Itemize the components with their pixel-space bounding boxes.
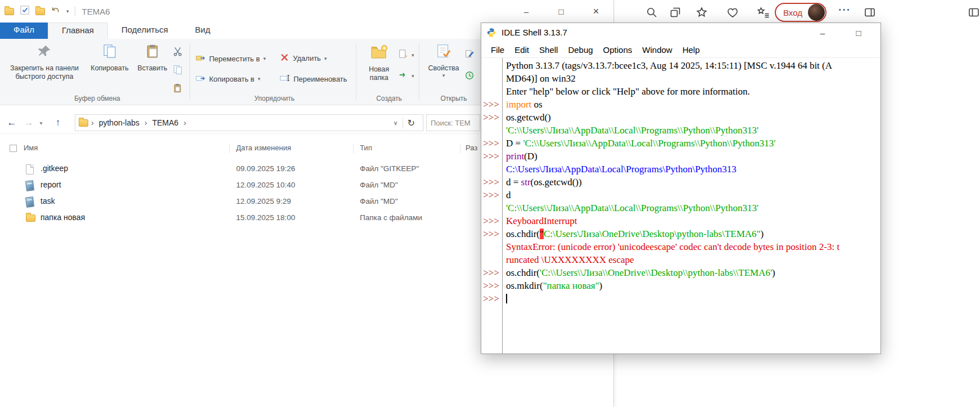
shell-code[interactable]: d (502, 189, 880, 202)
shell-code[interactable]: print(D) (502, 150, 880, 163)
select-all-checkbox[interactable] (10, 145, 17, 152)
edit-icon[interactable] (464, 49, 475, 61)
python-icon (486, 28, 496, 40)
new-item-button[interactable]: ▾ (398, 49, 414, 61)
column-type[interactable]: Тип (360, 144, 372, 152)
file-type: Файл "MD" (360, 181, 398, 189)
copy-button[interactable]: Копировать (85, 43, 134, 73)
shell-code[interactable]: C:\Users\Лиза\AppData\Local\Programs\Pyt… (502, 163, 880, 176)
favorites-bar-icon[interactable] (757, 6, 770, 19)
qat-separator (75, 6, 75, 16)
profile-avatar[interactable] (808, 4, 825, 21)
idle-menu-file[interactable]: File (486, 43, 509, 57)
shell-code[interactable]: D = 'C:\\Users\\Лиза\\AppData\\Local\\Pr… (502, 137, 880, 150)
shell-code[interactable]: Enter "help" below or click "Help" above… (502, 85, 880, 98)
group-label-open: Открыть (423, 95, 485, 102)
file-name[interactable]: папка новая (40, 213, 85, 222)
file-name[interactable]: .gitkeep (40, 164, 68, 173)
column-name[interactable]: Имя (24, 144, 38, 152)
shell-code[interactable]: KeyboardInterrupt (502, 214, 880, 227)
rename-button[interactable]: Переименовать (279, 73, 347, 85)
column-divider[interactable] (229, 144, 230, 153)
file-name[interactable]: report (40, 180, 61, 189)
column-divider[interactable] (353, 144, 354, 153)
shell-code[interactable] (502, 292, 880, 305)
properties-button[interactable]: Свойства ▾ (424, 43, 463, 79)
tab-home[interactable]: Главная (48, 23, 108, 39)
breadcrumb-chevron-icon: › (142, 118, 150, 127)
idle-menu-options[interactable]: Options (598, 43, 638, 57)
idle-window-title: IDLE Shell 3.13.7 (502, 28, 567, 37)
new-folder-button[interactable]: Новая папка (362, 43, 396, 83)
history-icon[interactable] (464, 70, 475, 83)
idle-menu-shell[interactable]: Shell (534, 43, 563, 57)
close-button[interactable]: × (579, 0, 613, 23)
properties-check-icon[interactable] (20, 5, 30, 17)
column-divider[interactable] (460, 144, 460, 153)
breadcrumb-chevron-icon: › (88, 118, 97, 127)
undo-icon[interactable] (51, 5, 61, 17)
shell-code[interactable]: os.chdir("C:\Users\Лиза\OneDrive\Desktop… (502, 227, 880, 240)
shell-code[interactable]: os.mkdir("папка новая") (502, 279, 880, 292)
column-date[interactable]: Дата изменения (236, 144, 291, 152)
maximize-button[interactable]: □ (544, 0, 579, 23)
tab-view[interactable]: Вид (182, 23, 224, 39)
tab-share[interactable]: Поделиться (108, 23, 182, 39)
copilot-sidebar-icon[interactable] (968, 6, 980, 19)
shell-code[interactable]: d = str(os.getcwd()) (502, 176, 880, 189)
shell-code[interactable]: Python 3.13.7 (tags/v3.13.7:bcee1c3, Aug… (502, 59, 880, 72)
idle-menu-help[interactable]: Help (678, 43, 705, 57)
column-size[interactable]: Раз (466, 144, 477, 152)
sidebar-icon[interactable] (864, 6, 876, 19)
move-to-button[interactable]: Переместить в ▾ (195, 52, 266, 65)
shell-code[interactable]: 'C:\\Users\\Лиза\\AppData\\Local\\Progra… (502, 124, 880, 137)
copy-to-button[interactable]: Копировать в ▾ (195, 73, 260, 85)
shell-code[interactable]: os.chdir('C:\\Users\\Лиза\\OneDrive\\Des… (502, 266, 880, 279)
search-icon[interactable] (645, 6, 658, 19)
breadcrumb-item[interactable]: TEMA6 (150, 118, 181, 127)
shell-prompt: >>> (481, 214, 502, 227)
signin-button[interactable]: Вход (775, 3, 827, 22)
dropdown-arrow-icon: ▾ (424, 73, 463, 79)
favorites-star-icon[interactable] (696, 6, 708, 19)
search-input[interactable]: Поиск: TEM (426, 114, 480, 131)
copy-path-icon[interactable] (172, 64, 183, 78)
new-folder-qat-icon[interactable] (35, 8, 45, 15)
delete-button[interactable]: Удалить ▾ (279, 52, 327, 64)
breadcrumb[interactable]: ›python-labs›TEMA6› ∨ ↻ (75, 114, 423, 131)
shell-code[interactable]: SyntaxError: (unicode error) 'unicodeesc… (502, 240, 880, 253)
minimize-button[interactable]: – (509, 0, 544, 23)
shell-code[interactable]: 'C:\\Users\\Лиза\\AppData\\Local\\Progra… (502, 202, 880, 214)
shell-code[interactable]: import os (502, 98, 880, 111)
shell-code[interactable]: os.getcwd() (502, 111, 880, 124)
back-icon[interactable]: ← (4, 111, 19, 134)
idle-menu-window[interactable]: Window (637, 43, 677, 57)
browser-essentials-icon[interactable] (726, 6, 739, 19)
pin-to-quick-access-button[interactable]: Закрепить на панели быстрого доступа (6, 43, 83, 82)
forward-icon[interactable]: → (21, 111, 36, 134)
tab-file-menu[interactable]: Файл (0, 23, 48, 39)
paste-button[interactable]: Вставить (135, 43, 170, 73)
file-name[interactable]: task (40, 196, 55, 205)
file-type: Папка с файлами (360, 213, 422, 222)
minimize-button[interactable]: – (809, 23, 837, 42)
idle-titlebar[interactable]: IDLE Shell 3.13.7 – □ (481, 23, 880, 42)
address-dropdown-icon[interactable]: ∨ (389, 119, 403, 127)
easy-access-button[interactable]: ▾ (398, 70, 414, 82)
cut-icon[interactable] (172, 46, 183, 59)
refresh-icon[interactable]: ↻ (403, 118, 419, 128)
shell-code[interactable]: runcated \UXXXXXXXX escape (502, 253, 880, 266)
idle-shell-content[interactable]: Python 3.13.7 (tags/v3.13.7:bcee1c3, Aug… (481, 58, 880, 354)
idle-menu-debug[interactable]: Debug (563, 43, 598, 57)
idle-menu-edit[interactable]: Edit (509, 43, 534, 57)
maximize-button[interactable]: □ (844, 23, 873, 42)
shell-code[interactable]: MD64)] on win32 (502, 72, 880, 85)
browser-menu-icon[interactable]: ⋯ (838, 2, 850, 17)
qat-dropdown-icon[interactable]: ▾ (66, 8, 69, 14)
folder-icon[interactable] (4, 8, 14, 15)
recent-locations-dropdown-icon[interactable]: ▾ (36, 111, 46, 134)
shell-line: >>> (481, 292, 880, 305)
breadcrumb-item[interactable]: python-labs (97, 118, 142, 127)
collections-icon[interactable] (669, 6, 681, 19)
up-icon[interactable]: ↑ (51, 111, 65, 134)
